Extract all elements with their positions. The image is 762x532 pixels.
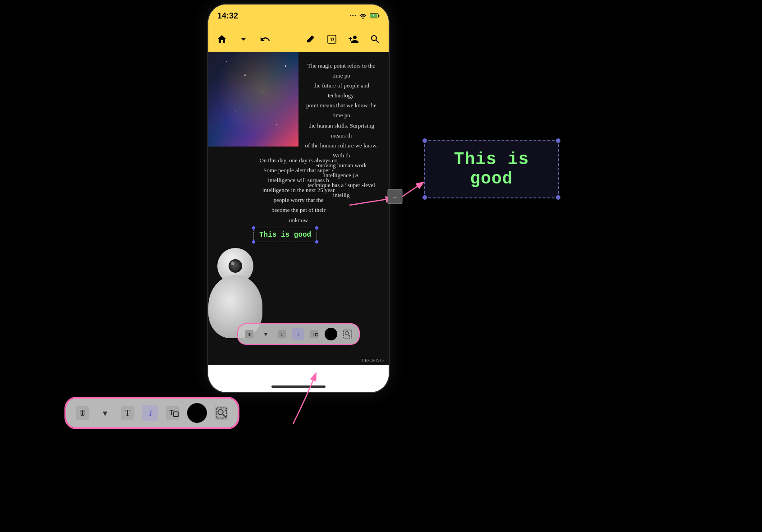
corner-handle-tl[interactable] [252, 226, 255, 229]
home-indicator[interactable] [271, 385, 326, 388]
phone-frame: 14:32 ···· [208, 5, 389, 392]
mini-text-box-icon[interactable]: T [308, 328, 320, 340]
mini-text-normal-icon[interactable]: T [276, 328, 288, 340]
large-text-box-label: This is good [438, 150, 545, 188]
svg-text:T: T [80, 408, 85, 417]
large-text-italic-icon[interactable]: T [142, 405, 158, 421]
battery-icon [370, 13, 380, 18]
large-corner-tl[interactable] [422, 138, 427, 143]
text-line-10: intelligence will surpass h [217, 175, 380, 185]
text-line-9: Some people alert that super - [217, 165, 380, 175]
svg-point-0 [363, 18, 364, 19]
svg-text:→: → [392, 194, 398, 200]
svg-text:T: T [312, 332, 315, 336]
svg-rect-2 [378, 15, 379, 17]
highlight-button[interactable] [303, 32, 317, 46]
status-bar: 14:32 ···· [208, 5, 389, 27]
status-icons: ···· [350, 12, 380, 19]
large-corner-bl[interactable] [422, 195, 427, 200]
svg-text:T: T [297, 331, 300, 337]
svg-line-35 [402, 183, 423, 197]
text-line-4: the human skills. Surprising means th [303, 121, 380, 141]
text-edit-button[interactable]: T [325, 32, 339, 46]
large-select-icon[interactable] [213, 405, 230, 421]
text-line-14: unknow [217, 216, 380, 225]
person-add-button[interactable] [347, 32, 360, 46]
large-toolbar[interactable]: T ▾ T T T [65, 398, 239, 428]
large-color-circle[interactable] [187, 403, 207, 423]
chevron-down-button[interactable] [237, 32, 250, 46]
svg-point-18 [345, 332, 349, 335]
text-line-13: become the pet of their [217, 205, 380, 215]
content-area: The magic point refers to the time po th… [208, 52, 389, 365]
large-text-bold-icon[interactable]: T [74, 405, 91, 421]
corner-handle-br[interactable] [315, 240, 318, 243]
text-line-12: people worry that the [217, 195, 380, 205]
svg-rect-33 [388, 189, 402, 204]
large-text-normal-icon[interactable]: T [119, 405, 136, 421]
book-cover-image [208, 52, 298, 147]
mini-select-icon[interactable] [342, 328, 353, 340]
large-text-box-icon[interactable]: T [165, 405, 181, 421]
text-line-1: The magic point refers to the time po [303, 61, 380, 81]
corner-handle-bl[interactable] [252, 240, 255, 243]
svg-text:T: T [125, 408, 130, 417]
mini-text-italic-icon[interactable]: T [292, 328, 304, 340]
large-corner-br[interactable] [556, 195, 560, 200]
mini-toolbar[interactable]: T ▾ T T T [237, 323, 360, 345]
status-time: 14:32 [217, 11, 238, 21]
large-corner-tr[interactable] [556, 138, 560, 143]
text-line-8: On this day, one day is always co [217, 156, 380, 165]
robot-eye [229, 259, 242, 273]
large-text-box[interactable]: This is good [424, 140, 559, 198]
large-chevron-icon[interactable]: ▾ [97, 405, 113, 421]
book-text-bottom: On this day, one day is always co Some p… [208, 151, 389, 230]
mini-color-circle[interactable] [325, 328, 337, 340]
undo-button[interactable] [258, 32, 272, 46]
svg-rect-17 [344, 330, 352, 338]
svg-text:T: T [148, 408, 153, 417]
svg-text:T: T [170, 409, 174, 416]
app-toolbar: T [208, 27, 389, 52]
text-box-small-label: This is good [259, 231, 311, 239]
svg-rect-4 [306, 42, 311, 43]
text-box-small[interactable]: This is good [253, 228, 317, 242]
home-button[interactable] [215, 32, 229, 46]
text-line-3: point means that we know the time po [303, 101, 380, 120]
bottom-label: TECHNO [357, 355, 389, 365]
text-line-11: intelligence in the next 25 year [217, 185, 380, 195]
mini-chevron-icon[interactable]: ▾ [260, 328, 271, 340]
wifi-icon [359, 13, 367, 19]
mini-text-bold-icon[interactable]: T [243, 328, 255, 340]
svg-text:T: T [280, 331, 284, 337]
signal-dots: ···· [350, 12, 356, 19]
search-button[interactable] [368, 32, 382, 46]
text-line-2: the future of people and technology. [303, 81, 380, 101]
home-bar-area [208, 365, 389, 379]
